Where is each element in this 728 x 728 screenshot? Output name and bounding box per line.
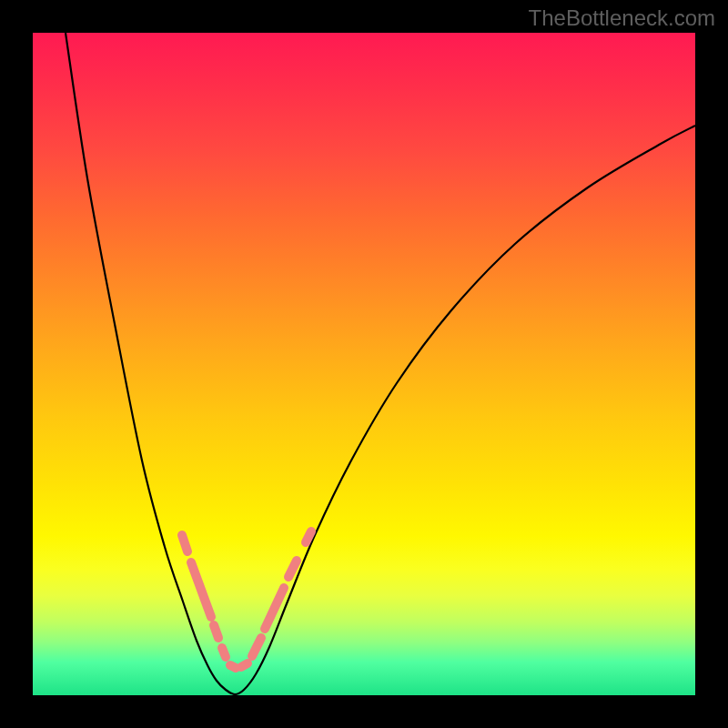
dash-segment [182,535,187,551]
dash-segment [222,648,226,657]
dash-segment [288,561,297,577]
bottleneck-curve [66,33,695,694]
dash-segment [214,625,218,638]
watermark-text: TheBottleneck.com [529,5,715,31]
dash-segment [265,588,284,629]
dash-segment [191,562,211,617]
dash-segment [241,663,248,667]
dashed-overlay [182,531,311,668]
dash-segment [230,665,236,668]
dash-segment [252,638,261,656]
chart-plot-area [33,33,695,695]
chart-svg [33,33,695,695]
dash-segment [306,531,311,542]
